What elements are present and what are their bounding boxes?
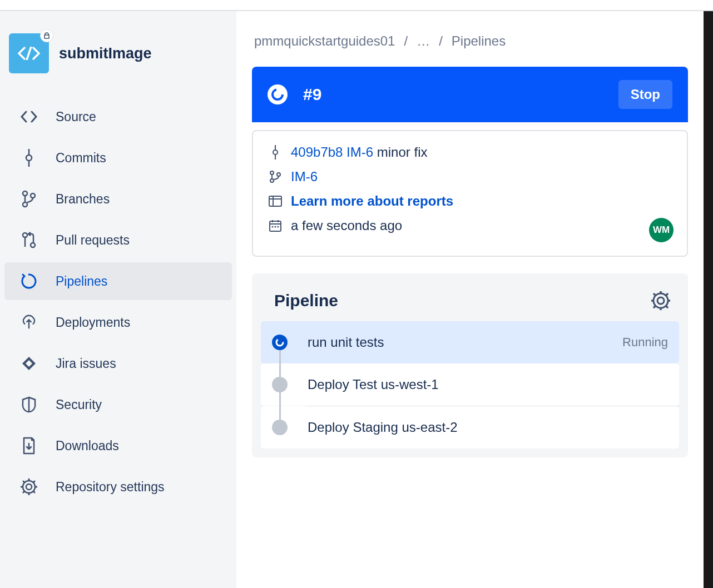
sidebar-item-label: Deployments — [56, 315, 130, 330]
commits-icon — [20, 149, 38, 167]
deployments-icon — [20, 313, 38, 331]
code-icon — [18, 47, 40, 60]
reports-row: Learn more about reports — [269, 193, 671, 209]
source-icon — [20, 108, 38, 126]
svg-rect-17 — [269, 196, 281, 206]
sidebar-item-label: Repository settings — [56, 480, 165, 495]
sidebar-item-source[interactable]: Source — [4, 98, 232, 136]
svg-point-25 — [275, 226, 276, 228]
svg-point-0 — [26, 155, 32, 161]
sidebar-item-commits[interactable]: Commits — [4, 139, 232, 177]
gear-icon — [20, 478, 38, 496]
downloads-icon — [20, 437, 38, 455]
breadcrumb-separator: / — [404, 33, 408, 49]
banner-left: #9 — [268, 84, 321, 104]
breadcrumb-current[interactable]: Pipelines — [452, 33, 506, 49]
jira-icon — [20, 355, 38, 372]
pipeline-step[interactable]: Deploy Staging us-east-2 — [261, 406, 679, 449]
stop-button[interactable]: Stop — [618, 80, 672, 109]
step-name: Deploy Test us-west-1 — [308, 377, 668, 392]
shield-icon — [20, 396, 38, 413]
step-connector — [279, 391, 281, 422]
svg-point-14 — [270, 171, 274, 175]
time-text: a few seconds ago — [291, 218, 402, 233]
main-content: pmmquickstartguides01 / … / Pipelines #9… — [236, 11, 704, 588]
build-banner: #9 Stop — [252, 67, 688, 122]
svg-point-5 — [31, 193, 35, 198]
commit-row: 409b7b8 IM-6 minor fix — [269, 144, 671, 160]
step-status-pending-icon — [272, 377, 288, 392]
sidebar-item-label: Jira issues — [56, 356, 116, 371]
scrollbar[interactable] — [704, 11, 713, 588]
commit-hash-link[interactable]: 409b7b8 — [291, 144, 343, 160]
report-icon — [269, 195, 282, 208]
svg-point-29 — [276, 339, 283, 346]
reports-link[interactable]: Learn more about reports — [291, 193, 453, 209]
sidebar-item-pipelines[interactable]: Pipelines — [4, 262, 232, 300]
step-list: run unit tests Running Deploy Test us-we… — [252, 321, 688, 449]
svg-point-26 — [278, 226, 279, 228]
pipeline-step[interactable]: Deploy Test us-west-1 — [261, 363, 679, 406]
breadcrumb-separator: / — [439, 33, 443, 49]
gear-icon — [651, 291, 670, 310]
sidebar-item-jira-issues[interactable]: Jira issues — [4, 345, 232, 382]
pipeline-panel: Pipeline run unit tests Running Deploy T… — [252, 273, 688, 457]
lock-icon — [40, 29, 53, 42]
commit-message: minor fix — [377, 144, 428, 160]
sidebar-item-label: Commits — [56, 151, 106, 166]
sidebar-item-deployments[interactable]: Deployments — [4, 303, 232, 341]
step-status-running-icon — [272, 335, 288, 350]
sidebar-item-branches[interactable]: Branches — [4, 180, 232, 218]
branch-icon — [269, 170, 282, 183]
svg-point-8 — [26, 484, 32, 490]
step-status-label: Running — [622, 335, 668, 350]
breadcrumb-ellipsis[interactable]: … — [417, 33, 430, 49]
branch-link[interactable]: IM-6 — [291, 169, 318, 185]
sidebar: submitImage Source Commits Branches Pull… — [0, 11, 236, 588]
sidebar-item-label: Security — [56, 397, 102, 412]
repo-name[interactable]: submitImage — [59, 45, 152, 62]
step-name: Deploy Staging us-east-2 — [308, 420, 668, 435]
pipeline-title: Pipeline — [274, 291, 338, 310]
breadcrumb-workspace[interactable]: pmmquickstartguides01 — [254, 33, 395, 49]
svg-point-11 — [273, 150, 278, 155]
step-name: run unit tests — [308, 335, 622, 350]
svg-point-7 — [31, 243, 35, 247]
sidebar-item-downloads[interactable]: Downloads — [4, 427, 232, 465]
time-row: a few seconds ago — [269, 218, 671, 233]
sidebar-item-label: Pipelines — [56, 274, 107, 289]
svg-point-6 — [23, 233, 27, 237]
branch-row: IM-6 — [269, 169, 671, 185]
svg-point-4 — [23, 202, 27, 207]
svg-point-9 — [23, 481, 35, 493]
svg-point-27 — [657, 297, 664, 304]
branches-icon — [20, 190, 38, 208]
commit-issue-link[interactable]: IM-6 — [346, 144, 373, 160]
svg-point-10 — [273, 89, 283, 99]
svg-point-15 — [270, 179, 274, 182]
pipelines-icon — [20, 272, 38, 290]
svg-point-16 — [277, 173, 280, 176]
sidebar-item-settings[interactable]: Repository settings — [4, 468, 232, 506]
pipeline-header: Pipeline — [252, 273, 688, 321]
commit-icon — [269, 146, 282, 159]
sidebar-item-pull-requests[interactable]: Pull requests — [4, 221, 232, 259]
user-avatar[interactable]: WM — [649, 218, 674, 242]
calendar-icon — [269, 219, 282, 232]
svg-point-24 — [272, 226, 274, 228]
running-status-icon — [268, 84, 288, 104]
build-info-card: 409b7b8 IM-6 minor fix IM-6 Learn more a… — [252, 130, 688, 257]
breadcrumb: pmmquickstartguides01 / … / Pipelines — [252, 33, 688, 49]
step-connector — [279, 349, 281, 380]
sidebar-item-label: Branches — [56, 192, 110, 207]
pipeline-settings-button[interactable] — [651, 291, 670, 310]
sidebar-item-label: Pull requests — [56, 233, 130, 248]
pipeline-step[interactable]: run unit tests Running — [261, 321, 679, 363]
sidebar-item-security[interactable]: Security — [4, 386, 232, 423]
sidebar-item-label: Source — [56, 109, 96, 124]
pull-requests-icon — [20, 231, 38, 249]
build-number: #9 — [303, 85, 321, 104]
sidebar-item-label: Downloads — [56, 438, 119, 454]
svg-point-3 — [23, 191, 27, 196]
repo-avatar[interactable] — [9, 33, 49, 73]
